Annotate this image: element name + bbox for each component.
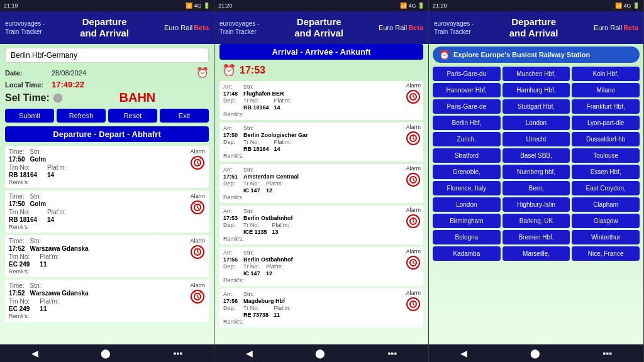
alarm2-btn-0[interactable] bbox=[406, 90, 420, 104]
status-bar-2: 21:20 📶 4G 🔋 bbox=[214, 0, 428, 11]
time-2: 21:20 bbox=[218, 3, 233, 9]
app-name-3: eurovoyages - Train Tracker bbox=[434, 19, 474, 36]
svg-line-9 bbox=[199, 203, 201, 204]
station-btn-27[interactable]: Birmingham bbox=[433, 214, 501, 228]
home-icon-2[interactable]: ⬤ bbox=[315, 348, 325, 358]
app-title-2: Departure and Arrival bbox=[294, 16, 343, 39]
app-brand-1: Euro Rail Beta bbox=[164, 24, 209, 31]
remks2-1: Remk's: bbox=[223, 153, 419, 159]
station-btn-33[interactable]: Kadamba bbox=[433, 246, 501, 261]
svg-line-17 bbox=[197, 297, 199, 298]
station-btn-19[interactable]: Nurnberg hbf, bbox=[502, 165, 570, 179]
station-btn-30[interactable]: Bologna bbox=[433, 230, 501, 244]
arrival-train-3: Arr: 17:53 Stn: Berlin Ostbahnhof Alarm bbox=[219, 206, 423, 244]
remks-1: Remk's: bbox=[9, 224, 205, 230]
menu-icon-1[interactable]: ▪▪▪ bbox=[173, 348, 182, 358]
departure-train-0: Time: 17:50 Stn: Golm Alarm bbox=[5, 146, 209, 188]
departure-train-list: Time: 17:50 Stn: Golm Alarm bbox=[5, 146, 209, 322]
home-icon-1[interactable]: ⬤ bbox=[101, 348, 111, 358]
station-btn-6[interactable]: Paris-Gare-de bbox=[433, 99, 501, 114]
station-btn-1[interactable]: Munchen Hbf, bbox=[502, 67, 570, 81]
alarm-2: Alarm bbox=[190, 238, 205, 259]
station-btn-12[interactable]: Zurich, bbox=[433, 132, 501, 146]
arrival-train-2: Arr: 17:51 Stn: Amsterdam Centraal Alarm bbox=[219, 164, 423, 203]
alarm2-btn-3[interactable] bbox=[406, 214, 420, 228]
panel2-content: Arrival - Arrivée - Ankunft ⏰ 17:53 Arr:… bbox=[214, 44, 428, 344]
station-btn-16[interactable]: Basel SBB, bbox=[502, 148, 570, 163]
station-btn-10[interactable]: London bbox=[502, 116, 570, 130]
alarm2-btn-2[interactable] bbox=[406, 173, 420, 187]
station-btn-15[interactable]: Stratford bbox=[433, 148, 501, 163]
remks-0: Remk's: bbox=[9, 179, 205, 185]
panel-2: 21:20 📶 4G 🔋 eurovoyages - Train Tracker… bbox=[214, 0, 429, 362]
back-icon-3[interactable]: ◀ bbox=[460, 348, 467, 358]
station-btn-7[interactable]: Stuttgart Hbf, bbox=[502, 99, 570, 114]
back-icon-1[interactable]: ◀ bbox=[31, 348, 38, 358]
svg-line-2 bbox=[197, 163, 199, 164]
station-btn-21[interactable]: Florence, Italy bbox=[433, 181, 501, 195]
time-3: 21:20 bbox=[433, 3, 447, 9]
station-btn-23[interactable]: East Croydon, bbox=[572, 181, 640, 195]
status-bar-3: 21:20 📶 4G 🔋 bbox=[429, 0, 643, 11]
alarm-0: Alarm bbox=[190, 148, 205, 170]
station-btn-0[interactable]: Paris-Gare-du bbox=[433, 67, 501, 81]
alarm-btn-3[interactable] bbox=[191, 290, 204, 304]
alarm2-0: Alarm bbox=[406, 82, 421, 104]
station-btn-11[interactable]: Lyon-part-die bbox=[572, 116, 640, 130]
alarm-btn-1[interactable] bbox=[191, 200, 204, 214]
station-btn-29[interactable]: Glasgow bbox=[572, 214, 640, 228]
menu-icon-2[interactable]: ▪▪▪ bbox=[387, 348, 397, 358]
submit-button[interactable]: Submit bbox=[5, 109, 54, 123]
station-btn-26[interactable]: Clapham bbox=[572, 197, 640, 212]
station-btn-25[interactable]: Highbury-Islin bbox=[502, 197, 570, 212]
station-btn-28[interactable]: Barking, UK bbox=[502, 214, 570, 228]
remks-3: Remk's: bbox=[9, 313, 205, 319]
station-btn-17[interactable]: Toulouse bbox=[572, 148, 640, 163]
exit-button[interactable]: Exit bbox=[160, 109, 209, 123]
station-btn-24[interactable]: London bbox=[433, 197, 501, 212]
station-btn-2[interactable]: Koln Hbf, bbox=[572, 67, 640, 81]
station-btn-18[interactable]: Grenoble, bbox=[433, 165, 501, 179]
status-bar-1: 21:19 📶 4G 🔋 bbox=[0, 0, 214, 11]
station-btn-8[interactable]: Frankfurt Hbf, bbox=[572, 99, 640, 114]
station-btn-35[interactable]: Nice, France bbox=[572, 246, 640, 261]
station-btn-3[interactable]: Hannover Hbf, bbox=[433, 83, 501, 97]
station-btn-13[interactable]: Utrecht bbox=[502, 132, 570, 146]
station-input[interactable] bbox=[5, 48, 209, 63]
departure-train-1: Time: 17:50 Stn: Golm Alarm bbox=[5, 190, 209, 233]
panel1-content: Date: 28/08/2024 ⏰ Local Time: 17:49:22 … bbox=[0, 44, 214, 344]
alarm2-btn-5[interactable] bbox=[406, 297, 420, 311]
refresh-button[interactable]: Refresh bbox=[57, 109, 106, 123]
svg-line-14 bbox=[199, 248, 201, 249]
station-btn-32[interactable]: Winterthur bbox=[572, 230, 640, 244]
svg-line-34 bbox=[413, 263, 414, 264]
svg-line-4 bbox=[199, 158, 201, 160]
station-btn-34[interactable]: Marseille, bbox=[502, 246, 570, 261]
app-name-2: eurovoyages - Train Tracker bbox=[219, 19, 259, 36]
menu-icon-3[interactable]: ▪▪▪ bbox=[602, 348, 612, 358]
station-btn-22[interactable]: Bern, bbox=[502, 181, 570, 195]
bottom-nav-2: ◀ ⬤ ▪▪▪ bbox=[214, 344, 428, 362]
svg-line-19 bbox=[199, 292, 201, 293]
alarm-btn-0[interactable] bbox=[191, 156, 204, 170]
svg-line-13 bbox=[194, 248, 196, 249]
station-btn-31[interactable]: Bremen Hbf, bbox=[502, 230, 570, 244]
station-btn-20[interactable]: Essen Hbf, bbox=[572, 165, 640, 179]
alarm-1: Alarm bbox=[190, 193, 205, 214]
app-title-1: Departure and Arrival bbox=[80, 16, 129, 39]
remks2-3: Remk's: bbox=[223, 236, 419, 242]
station-btn-5[interactable]: Milano bbox=[572, 83, 640, 97]
alarm2-btn-4[interactable] bbox=[406, 256, 420, 270]
alarm2-btn-1[interactable] bbox=[406, 131, 420, 145]
home-icon-3[interactable]: ⬤ bbox=[530, 348, 540, 358]
back-icon-2[interactable]: ◀ bbox=[246, 348, 253, 358]
alarm-btn-2[interactable] bbox=[191, 245, 204, 259]
station-btn-14[interactable]: Dusseldorf-hb bbox=[572, 132, 640, 146]
reset-button[interactable]: Reset bbox=[108, 109, 157, 123]
status-icons-1: 📶 4G 🔋 bbox=[186, 3, 210, 9]
station-btn-4[interactable]: Hamburg Hbf, bbox=[502, 83, 570, 97]
app-name-1: eurovoyages - Train Tracker bbox=[5, 19, 45, 36]
station-btn-9[interactable]: Berlin Hbf, bbox=[433, 116, 501, 130]
sel-circle[interactable] bbox=[53, 94, 62, 102]
remks2-0: Remk's: bbox=[223, 111, 419, 118]
